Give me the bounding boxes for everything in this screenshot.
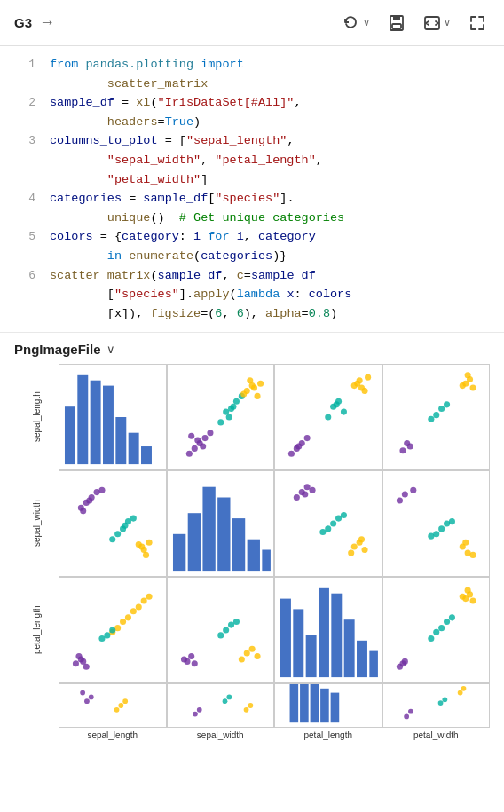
svg-point-16 xyxy=(200,444,206,450)
svg-rect-178 xyxy=(331,693,340,723)
svg-point-124 xyxy=(141,598,147,604)
svg-point-182 xyxy=(442,698,447,703)
cell-0-1 xyxy=(167,364,275,470)
svg-point-70 xyxy=(114,532,121,538)
save-button[interactable] xyxy=(384,12,409,34)
cell-1-3 xyxy=(382,470,491,577)
code-editor[interactable]: 1 from pandas.plotting import scatter_ma… xyxy=(0,46,504,333)
cell-0-3 xyxy=(382,364,491,470)
svg-point-113 xyxy=(73,661,79,667)
code-view-chevron: ∨ xyxy=(444,17,451,28)
svg-point-101 xyxy=(401,492,407,498)
undo-button[interactable]: ∨ xyxy=(339,12,374,34)
x-label-empty xyxy=(14,728,59,743)
svg-point-54 xyxy=(428,416,434,422)
code-view-button[interactable]: ∨ xyxy=(420,12,454,34)
svg-point-52 xyxy=(433,412,439,418)
svg-point-88 xyxy=(294,494,300,501)
svg-point-133 xyxy=(223,627,229,634)
svg-point-100 xyxy=(358,536,365,542)
svg-point-107 xyxy=(448,518,454,524)
svg-point-179 xyxy=(404,714,409,720)
svg-point-173 xyxy=(248,703,253,708)
svg-point-135 xyxy=(217,633,224,639)
svg-point-123 xyxy=(136,604,142,611)
svg-point-58 xyxy=(469,385,476,391)
output-header[interactable]: PngImageFile ∨ xyxy=(0,333,504,364)
code-text-1: from pandas.plotting import scatter_matr… xyxy=(50,55,497,93)
svg-rect-10 xyxy=(141,446,152,464)
svg-point-170 xyxy=(222,699,227,705)
code-line-5: 5 colors = {category: i for i, category … xyxy=(0,227,504,265)
svg-point-21 xyxy=(225,414,232,421)
svg-point-71 xyxy=(130,516,137,522)
svg-point-184 xyxy=(461,686,466,691)
cell-1-0 xyxy=(59,470,167,577)
svg-point-98 xyxy=(362,547,368,553)
svg-rect-141 xyxy=(280,599,291,678)
svg-rect-147 xyxy=(357,641,367,677)
cell-3-3 xyxy=(382,683,491,728)
code-line-2: 2 sample_df = xl("IrisDataSet[#All]", he… xyxy=(0,93,504,131)
code-line-4: 4 categories = sample_df["species"]. uni… xyxy=(0,189,504,227)
y-label-sepal-width: sepal_width xyxy=(14,470,59,577)
svg-point-181 xyxy=(437,701,443,706)
svg-point-99 xyxy=(348,550,354,556)
svg-rect-148 xyxy=(369,651,378,678)
y-label-petal-width xyxy=(14,683,59,728)
svg-point-78 xyxy=(143,552,149,558)
svg-rect-143 xyxy=(306,635,317,677)
cell-3-1 xyxy=(167,683,275,728)
svg-point-122 xyxy=(130,609,137,615)
svg-point-17 xyxy=(188,433,194,439)
svg-rect-144 xyxy=(319,588,329,677)
matrix-grid: sepal_length xyxy=(14,364,490,728)
svg-point-162 xyxy=(80,690,85,696)
output-title: PngImageFile xyxy=(14,342,101,357)
output-chevron: ∨ xyxy=(106,343,115,356)
svg-point-168 xyxy=(193,712,198,717)
svg-point-19 xyxy=(223,409,229,415)
scatter-matrix-plot: sepal_length xyxy=(0,364,504,757)
svg-point-130 xyxy=(188,653,194,659)
svg-rect-146 xyxy=(344,620,355,678)
y-label-sepal-length: sepal_length xyxy=(14,364,59,470)
svg-rect-4 xyxy=(65,407,75,465)
svg-point-59 xyxy=(459,382,465,389)
svg-point-164 xyxy=(89,695,94,700)
svg-point-49 xyxy=(399,448,406,454)
svg-point-40 xyxy=(341,409,347,415)
svg-point-72 xyxy=(109,536,115,542)
svg-rect-81 xyxy=(202,487,215,571)
svg-point-36 xyxy=(304,435,311,441)
cell-2-2 xyxy=(274,577,382,683)
svg-point-41 xyxy=(325,414,331,421)
svg-point-65 xyxy=(86,498,92,504)
svg-point-42 xyxy=(334,402,340,408)
x-label-sepal-width: sepal_width xyxy=(167,728,275,743)
svg-point-29 xyxy=(247,377,253,383)
svg-point-163 xyxy=(84,699,90,705)
next-arrow-icon[interactable]: → xyxy=(39,13,55,32)
svg-point-60 xyxy=(464,373,470,379)
svg-point-28 xyxy=(254,393,260,399)
svg-point-132 xyxy=(180,657,186,663)
svg-point-93 xyxy=(325,526,331,532)
svg-point-136 xyxy=(232,619,239,625)
svg-point-126 xyxy=(98,635,105,642)
svg-point-140 xyxy=(238,657,244,663)
svg-rect-145 xyxy=(331,594,342,677)
svg-point-91 xyxy=(330,521,336,527)
svg-point-95 xyxy=(319,529,326,535)
svg-point-51 xyxy=(404,440,410,446)
line-number-5: 5 xyxy=(7,227,35,247)
svg-point-155 xyxy=(448,615,454,621)
svg-rect-7 xyxy=(103,386,114,464)
svg-point-37 xyxy=(295,444,302,450)
svg-rect-83 xyxy=(232,518,244,571)
svg-rect-8 xyxy=(115,417,126,464)
svg-point-12 xyxy=(191,445,197,452)
svg-point-55 xyxy=(444,402,450,408)
y-label-petal-length: petal_length xyxy=(14,577,59,683)
expand-button[interactable] xyxy=(465,12,490,34)
